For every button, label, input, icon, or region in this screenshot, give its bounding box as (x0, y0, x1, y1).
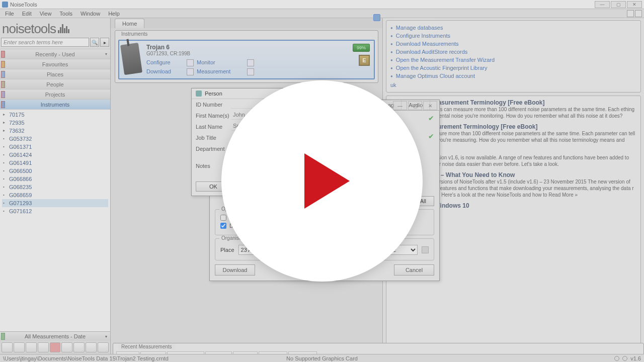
monitor-icon[interactable] (247, 59, 254, 66)
menubar: File Edit View Tools Window Help (0, 9, 644, 18)
layout-icon-2[interactable] (635, 10, 642, 17)
menu-edit[interactable]: Edit (18, 10, 36, 18)
instrument-tree[interactable]: 70175 72935 73632 G053732 G061371 G06142… (0, 110, 110, 331)
tree-item[interactable]: G066866 (2, 175, 108, 183)
project-icon (1, 91, 5, 98)
tool-icon[interactable] (26, 342, 37, 352)
instrument-icon (1, 101, 5, 108)
people-icon (1, 81, 5, 88)
nav-favourites[interactable]: Favourites (0, 59, 110, 69)
configure-link[interactable]: Configure (146, 59, 187, 66)
nav-recently-used[interactable]: Recently - Used▾ (0, 49, 110, 59)
search-input[interactable] (1, 38, 89, 47)
place-icon (1, 71, 5, 78)
class-badge: E (359, 55, 370, 66)
cancel-button[interactable]: Cancel (394, 264, 434, 276)
tree-item[interactable]: G071612 (2, 207, 108, 215)
minimize-button[interactable]: — (595, 1, 610, 8)
measurement-link[interactable]: Measurement (197, 68, 247, 75)
configure-icon[interactable] (187, 59, 194, 66)
close-button[interactable]: ✕ (627, 1, 642, 8)
search-go-button[interactable]: ▸ (100, 38, 109, 47)
nav-instruments[interactable]: Instruments (0, 100, 110, 110)
logo: noisetools (0, 18, 110, 38)
task-optimus-cloud[interactable]: Manage Optimus Cloud account (390, 72, 636, 80)
tree-item[interactable]: G061371 (2, 143, 108, 151)
menu-window[interactable]: Window (76, 10, 104, 18)
status-ok-icon: ✔ (428, 114, 434, 122)
tree-item[interactable]: G068235 (2, 183, 108, 191)
place-label: Place (220, 247, 234, 253)
tree-item[interactable]: G066500 (2, 167, 108, 175)
instruments-panel: Instruments Trojan 6 G071293, CR:199B Co… (115, 30, 378, 83)
task-transfer-wizard[interactable]: Open the Measurement Transfer Wizard (390, 56, 636, 64)
tool-icon[interactable] (2, 342, 13, 352)
statusbar: \Users\jtingay\Documents\NoiseTools Data… (0, 354, 644, 362)
category-icon[interactable] (422, 246, 429, 253)
version-label: v1.6 (630, 355, 641, 361)
task-download-measurements[interactable]: Download Measurements (390, 40, 636, 48)
tree-item[interactable]: 72935 (2, 119, 108, 127)
device-icon (120, 43, 142, 75)
titlebar: NoiseTools — ▢ ✕ (0, 0, 644, 9)
task-url[interactable]: uk (390, 82, 636, 88)
tree-item-selected[interactable]: G071293 (2, 199, 108, 207)
nav-projects[interactable]: Projects (0, 89, 110, 100)
panel-title: Recent Measurements (118, 344, 175, 349)
play-button-overlay[interactable] (221, 80, 423, 282)
panel-title: Instruments (118, 31, 150, 37)
tool-icon[interactable] (86, 342, 97, 352)
status-path: \Users\jtingay\Documents\NoiseTools Data… (3, 355, 169, 361)
task-manage-databases[interactable]: Manage databases (390, 24, 636, 32)
menu-file[interactable]: File (1, 10, 18, 18)
tree-item[interactable]: G061491 (2, 159, 108, 167)
monitor-link[interactable]: Monitor (197, 59, 247, 66)
tool-icon[interactable] (98, 342, 109, 352)
tree-item[interactable]: G053732 (2, 135, 108, 143)
nav-people[interactable]: People (0, 79, 110, 89)
task-fingerprint-library[interactable]: Open the Acoustic Fingerprint Library (390, 64, 636, 72)
logo-text: noisetools (2, 21, 56, 37)
measurement-icon[interactable] (247, 68, 254, 75)
download-button[interactable]: Download (215, 264, 255, 276)
tree-item[interactable]: 70175 (2, 111, 108, 119)
download-icon[interactable] (187, 68, 194, 75)
label-job: Job Title (196, 135, 231, 141)
chart-icon (1, 333, 5, 340)
menu-view[interactable]: View (36, 10, 56, 18)
tool-icon[interactable] (38, 342, 49, 352)
home-icon[interactable] (50, 342, 61, 352)
app-icon (2, 2, 8, 8)
tool-icon[interactable] (14, 342, 25, 352)
task-configure-instruments[interactable]: Configure Instruments (390, 32, 636, 40)
panel-popup-icon[interactable] (373, 14, 380, 21)
instrument-serial: G071293, CR:199B (146, 51, 371, 56)
tree-item[interactable]: 73632 (2, 127, 108, 135)
menu-tools[interactable]: Tools (55, 10, 76, 18)
dialog-minimize-button[interactable]: — (393, 101, 407, 110)
download-link[interactable]: Download (146, 68, 187, 75)
dialog-close-button[interactable]: ✕ (423, 101, 437, 110)
tab-home[interactable]: Home (115, 19, 144, 28)
task-download-auditstore[interactable]: Download AuditStore records (390, 48, 636, 56)
status-message: No Supported Graphics Card (286, 355, 358, 361)
nav-places[interactable]: Places (0, 69, 110, 79)
tree-item[interactable]: G068659 (2, 191, 108, 199)
maximize-button[interactable]: ▢ (611, 1, 626, 8)
panel-title: Common Tasks (393, 18, 434, 19)
tool-icon[interactable] (73, 342, 85, 352)
status-ok-icon: ✔ (428, 132, 434, 140)
window-title: NoiseTools (10, 2, 595, 8)
label-first: First Name(s) (196, 113, 231, 119)
instrument-name: Trojan 6 (146, 44, 371, 51)
instrument-card[interactable]: Trojan 6 G071293, CR:199B Configure Moni… (118, 40, 375, 79)
all-measurements[interactable]: All Measurements - Date▾ (0, 332, 110, 341)
layout-icon-1[interactable] (627, 10, 634, 17)
star-icon (1, 61, 5, 68)
tool-icon[interactable] (61, 342, 72, 352)
menu-help[interactable]: Help (104, 10, 124, 18)
dialog-maximize-button[interactable]: ▢ (408, 101, 422, 110)
search-button[interactable]: 🔍 (90, 38, 99, 47)
label-last: Last Name (196, 124, 231, 130)
tree-item[interactable]: G061424 (2, 151, 108, 159)
